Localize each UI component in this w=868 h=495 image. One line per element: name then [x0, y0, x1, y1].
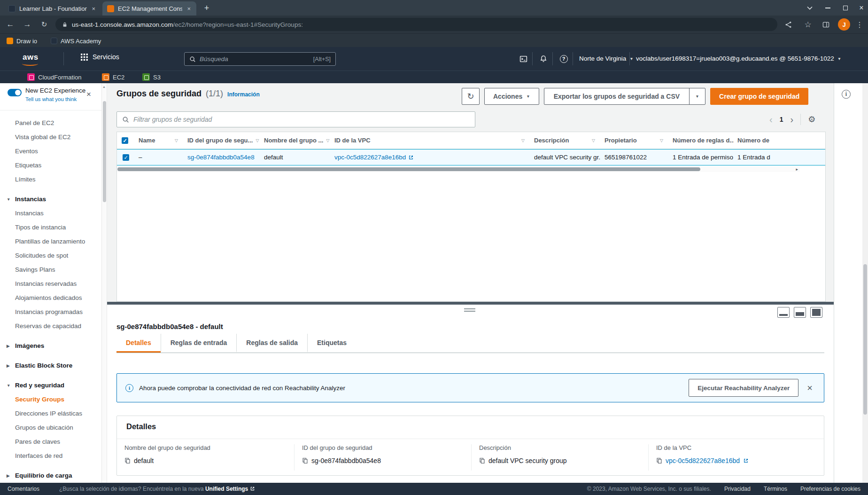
column-header-vpc-id[interactable]: ID de la VPC▽	[331, 132, 530, 149]
sidebar-item-alojamientos[interactable]: Alojamientos dedicados	[0, 291, 101, 305]
bookmark-aws-academy[interactable]: AWS Academy	[51, 36, 101, 46]
sidebar-item-savings-plans[interactable]: Savings Plans	[0, 263, 101, 277]
column-header-name[interactable]: Name▽	[135, 132, 184, 149]
current-page[interactable]: 1	[780, 116, 783, 123]
sidebar-item-reservas-capacidad[interactable]: Reservas de capacidad	[0, 319, 101, 333]
sidebar-item-ip-elasticas[interactable]: Direcciones IP elásticas	[0, 407, 101, 421]
panel-bottom-layout-icon[interactable]	[777, 307, 790, 318]
reload-button[interactable]: ↻	[38, 18, 51, 31]
filter-triangle-icon[interactable]: ▽	[175, 138, 178, 143]
cell-vpc-id[interactable]: vpc-0c5d822627a8e16bd	[331, 149, 530, 165]
sidebar-section-equilibrio[interactable]: ▶Equilibrio de carga	[0, 469, 101, 483]
sidebar-item-interfaces-red[interactable]: Interfaces de red	[0, 449, 101, 463]
next-page-icon[interactable]: ›	[790, 114, 793, 125]
url-bar[interactable]: us-east-1.console.aws.amazon.com/ec2/hom…	[55, 18, 777, 31]
sidebar-item-etiquetas[interactable]: Etiquetas	[0, 158, 101, 173]
tab-etiquetas[interactable]: Etiquetas	[307, 334, 356, 353]
banner-close-icon[interactable]: ×	[804, 383, 815, 393]
filter-triangle-icon[interactable]: ▽	[256, 138, 259, 143]
panel-split-layout-icon[interactable]	[794, 307, 806, 318]
tab-close-icon[interactable]: ×	[91, 5, 96, 12]
column-header-owner[interactable]: Propietario▽	[601, 132, 669, 149]
page-scrollbar-thumb[interactable]	[863, 264, 867, 415]
sidebar-item-grupos-ubicacion[interactable]: Grupos de ubicación	[0, 421, 101, 435]
cell-sg-id[interactable]: sg-0e874fabbdb0a54e8	[184, 149, 260, 165]
sidebar-scrollbar-thumb[interactable]	[103, 101, 106, 202]
filter-triangle-icon[interactable]: ▽	[326, 138, 329, 143]
help-icon[interactable]: ?	[558, 54, 569, 64]
table-horizontal-scrollbar[interactable]: ▸	[117, 166, 800, 172]
tab-close-icon[interactable]: ×	[186, 5, 192, 12]
notifications-bell-icon[interactable]	[538, 54, 549, 64]
sidebar-section-red-seguridad[interactable]: ▼Red y seguridad	[0, 378, 101, 393]
column-header-group-name[interactable]: Nombre del grupo ...▽	[260, 132, 331, 149]
favorite-ec2[interactable]: EC2	[102, 73, 124, 81]
bookmark-star-icon[interactable]: ☆	[802, 19, 814, 30]
sidebar-section-instancias[interactable]: ▼Instancias	[0, 192, 101, 206]
sidebar-item-panel-ec2[interactable]: Panel de EC2	[0, 116, 101, 130]
privacy-link[interactable]: Privacidad	[724, 486, 751, 492]
browser-menu-icon[interactable]: ⋮	[854, 19, 865, 30]
new-tab-button[interactable]: +	[201, 2, 213, 15]
sidebar-section-ebs[interactable]: ▶Elastic Block Store	[0, 359, 101, 373]
sidebar-item-plantillas[interactable]: Plantillas de lanzamiento	[0, 235, 101, 249]
tab-detalles[interactable]: Detalles	[116, 334, 161, 353]
sidebar-item-security-groups[interactable]: Security Groups	[0, 393, 101, 407]
cookie-preferences-link[interactable]: Preferencias de cookies	[800, 486, 860, 492]
sidebar-close-icon[interactable]: ×	[86, 90, 91, 99]
sidebar-scrollbar[interactable]: ▲	[101, 83, 107, 483]
export-csv-caret[interactable]: ▼	[689, 88, 705, 104]
region-selector[interactable]: Norte de Virginia ▼	[579, 55, 634, 62]
row-checkbox[interactable]: ✓	[117, 149, 135, 165]
horizontal-scrollbar-thumb[interactable]	[117, 167, 700, 171]
cloudshell-icon[interactable]	[518, 54, 528, 64]
copy-icon[interactable]	[124, 457, 131, 464]
favorite-cloudformation[interactable]: CloudFormation	[27, 73, 82, 81]
aws-logo[interactable]: aws	[23, 53, 39, 62]
window-close-button[interactable]: ×	[853, 0, 868, 16]
services-menu[interactable]: Servicios	[81, 53, 119, 61]
sidebar-item-reservadas[interactable]: Instancias reservadas	[0, 277, 101, 291]
info-panel-toggle-icon[interactable]: i	[842, 90, 851, 99]
sidebar-section-imagenes[interactable]: ▶Imágenes	[0, 339, 101, 353]
sidebar-item-eventos[interactable]: Eventos	[0, 144, 101, 158]
window-maximize-button[interactable]	[837, 0, 854, 16]
filter-input[interactable]	[133, 116, 470, 123]
table-settings-gear-icon[interactable]: ⚙	[808, 114, 815, 125]
actions-button[interactable]: Acciones▼	[484, 88, 539, 105]
page-scrollbar[interactable]	[862, 83, 868, 483]
select-all-checkbox[interactable]: ✓	[117, 132, 135, 149]
window-minimize-button[interactable]	[819, 0, 836, 16]
scroll-up-icon[interactable]: ▲	[102, 85, 106, 88]
tell-us-link[interactable]: Tell us what you think	[25, 96, 77, 102]
browser-tab-learner-lab[interactable]: Learner Lab - Foundationa ×	[4, 1, 101, 16]
forward-button[interactable]: →	[21, 18, 34, 31]
checkbox-checked-icon[interactable]: ✓	[123, 154, 129, 161]
table-row-selected[interactable]: ✓ – sg-0e874fabbdb0a54e8 default vpc-0c5…	[117, 149, 825, 165]
account-menu[interactable]: voclabs/user1698317=jruelao003@g.educaan…	[636, 55, 841, 62]
column-header-outbound-rules[interactable]: Número de	[734, 132, 826, 149]
back-button[interactable]: ←	[4, 18, 17, 31]
column-header-inbound-rules[interactable]: Número de reglas d...▽	[669, 132, 734, 149]
sidebar-item-pares-claves[interactable]: Pares de claves	[0, 435, 101, 449]
unified-settings-link[interactable]: Unified Settings	[205, 486, 248, 492]
feedback-link[interactable]: Comentarios	[8, 486, 39, 492]
create-security-group-button[interactable]: Crear grupo de seguridad	[710, 88, 808, 105]
tab-reglas-salida[interactable]: Reglas de salida	[236, 334, 307, 353]
column-header-sg-id[interactable]: ID del grupo de segu...▽	[184, 132, 260, 149]
filter-triangle-icon[interactable]: ▽	[660, 138, 663, 143]
scroll-right-icon[interactable]: ▸	[796, 166, 798, 172]
console-search[interactable]: [Alt+S]	[184, 52, 336, 66]
info-link[interactable]: Información	[227, 91, 260, 98]
sidebar-item-limites[interactable]: Límites	[0, 173, 101, 187]
copy-icon[interactable]	[479, 457, 485, 464]
panel-full-layout-icon[interactable]	[810, 307, 822, 318]
copy-icon[interactable]	[302, 457, 308, 464]
new-ec2-experience-toggle[interactable]	[8, 89, 22, 96]
export-csv-button[interactable]: Exportar los grupos de seguridad a CSV	[544, 88, 689, 104]
sidebar-item-spot[interactable]: Solicitudes de spot	[0, 249, 101, 263]
checkbox-checked-icon[interactable]: ✓	[122, 137, 128, 144]
refresh-button[interactable]: ↻	[462, 88, 480, 105]
filter-triangle-icon[interactable]: ▽	[592, 138, 595, 143]
sidebar-item-tipos-instancia[interactable]: Tipos de instancia	[0, 220, 101, 235]
